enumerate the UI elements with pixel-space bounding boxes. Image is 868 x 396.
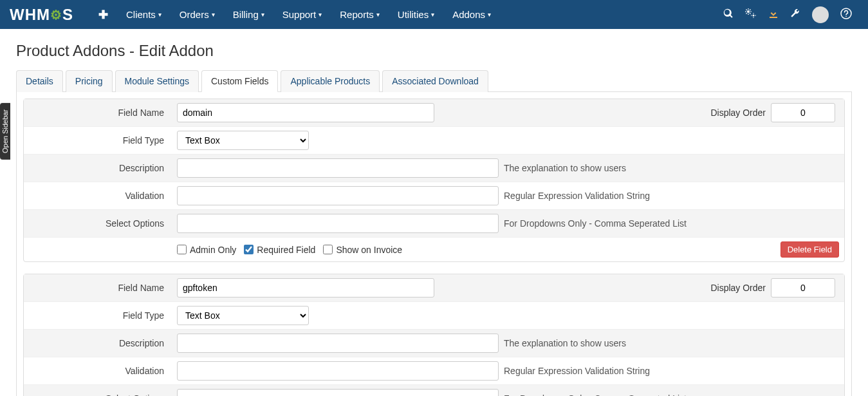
tab-associated-download[interactable]: Associated Download (382, 70, 488, 92)
gear-icon: ⚙ (50, 7, 62, 23)
select-options-input[interactable] (177, 214, 499, 233)
nav-billing[interactable]: Billing▾ (224, 0, 273, 29)
hint-validation: Regular Expression Validation String (504, 191, 650, 201)
admin-only-checkbox[interactable]: Admin Only (177, 245, 236, 255)
nav-clients[interactable]: Clients▾ (117, 0, 171, 29)
label-display-order: Display Order (710, 283, 766, 293)
display-order-input[interactable] (771, 278, 835, 297)
field-type-select[interactable]: Text Box (177, 131, 309, 150)
tab-custom-fields[interactable]: Custom Fields (201, 70, 278, 92)
hint-description: The explanation to show users (504, 163, 626, 173)
svg-point-2 (841, 8, 851, 19)
tab-content: Field Name Display Order Field Type Text… (16, 92, 852, 396)
select-options-input[interactable] (177, 389, 499, 396)
validation-input[interactable] (177, 186, 499, 205)
nav-orders[interactable]: Orders▾ (171, 0, 224, 29)
description-input[interactable] (177, 158, 499, 178)
delete-field-button[interactable]: Delete Field (780, 241, 839, 258)
nav-reports[interactable]: Reports▾ (331, 0, 389, 29)
brand-post: S (62, 6, 73, 24)
help-icon[interactable] (840, 8, 852, 22)
chevron-down-icon: ▾ (158, 11, 162, 18)
chevron-down-icon: ▾ (431, 11, 434, 18)
wrench-icon[interactable] (790, 8, 800, 21)
hint-validation: Regular Expression Validation String (504, 366, 650, 376)
hint-select-options: For Dropdowns Only - Comma Seperated Lis… (504, 393, 687, 396)
tab-details[interactable]: Details (16, 70, 63, 92)
chevron-down-icon: ▾ (261, 11, 264, 18)
display-order-input[interactable] (771, 103, 835, 122)
nav-items: Clients▾ Orders▾ Billing▾ Support▾ Repor… (117, 0, 723, 29)
cogs-icon[interactable] (745, 8, 757, 21)
label-validation: Validation (24, 361, 172, 381)
nav-right (723, 6, 858, 23)
label-field-type: Field Type (24, 305, 172, 326)
tab-module-settings[interactable]: Module Settings (115, 70, 199, 92)
label-validation: Validation (24, 185, 172, 206)
chevron-down-icon: ▾ (488, 11, 491, 18)
show-on-invoice-checkbox[interactable]: Show on Invoice (323, 245, 402, 255)
plus-icon: ✚ (98, 8, 108, 22)
field-name-input[interactable] (177, 103, 434, 122)
svg-point-1 (753, 14, 755, 16)
chevron-down-icon: ▾ (319, 11, 322, 18)
brand-logo[interactable]: WHM⚙S (10, 6, 73, 24)
required-field-checkbox[interactable]: Required Field (244, 245, 315, 255)
label-description: Description (24, 158, 172, 178)
description-input[interactable] (177, 334, 499, 353)
label-field-name: Field Name (24, 278, 172, 298)
nav-utilities[interactable]: Utilities▾ (389, 0, 443, 29)
label-field-type: Field Type (24, 130, 172, 151)
svg-point-0 (747, 10, 750, 13)
chevron-down-icon: ▾ (212, 11, 215, 18)
label-select-options: Select Options (24, 388, 172, 396)
download-icon[interactable] (768, 8, 779, 21)
svg-point-3 (845, 15, 847, 17)
avatar[interactable] (812, 6, 829, 23)
label-field-name: Field Name (24, 102, 172, 123)
tab-applicable-products[interactable]: Applicable Products (281, 70, 380, 92)
page-title: Product Addons - Edit Addon (16, 42, 852, 60)
tabs: Details Pricing Module Settings Custom F… (16, 70, 852, 92)
open-sidebar-tab[interactable]: Open Sidebar (0, 103, 10, 160)
hint-description: The explanation to show users (504, 338, 626, 348)
custom-field-block: Field Name Display Order Field Type Text… (23, 99, 845, 262)
tab-pricing[interactable]: Pricing (66, 70, 113, 92)
nav-addons[interactable]: Addons▾ (443, 0, 500, 29)
label-display-order: Display Order (710, 108, 766, 118)
brand-pre: WHM (10, 6, 50, 24)
label-description: Description (24, 333, 172, 354)
chevron-down-icon: ▾ (376, 11, 380, 18)
search-icon[interactable] (723, 8, 734, 21)
top-navbar: WHM⚙S ✚ Clients▾ Orders▾ Billing▾ Suppor… (0, 0, 868, 29)
hint-select-options: For Dropdowns Only - Comma Seperated Lis… (504, 218, 687, 229)
add-button[interactable]: ✚ (89, 0, 117, 29)
validation-input[interactable] (177, 361, 499, 381)
field-type-select[interactable]: Text Box (177, 306, 309, 325)
field-name-input[interactable] (177, 278, 434, 297)
custom-field-block: Field Name Display Order Field Type Text… (23, 274, 845, 396)
nav-support[interactable]: Support▾ (273, 0, 331, 29)
label-select-options: Select Options (24, 213, 172, 234)
